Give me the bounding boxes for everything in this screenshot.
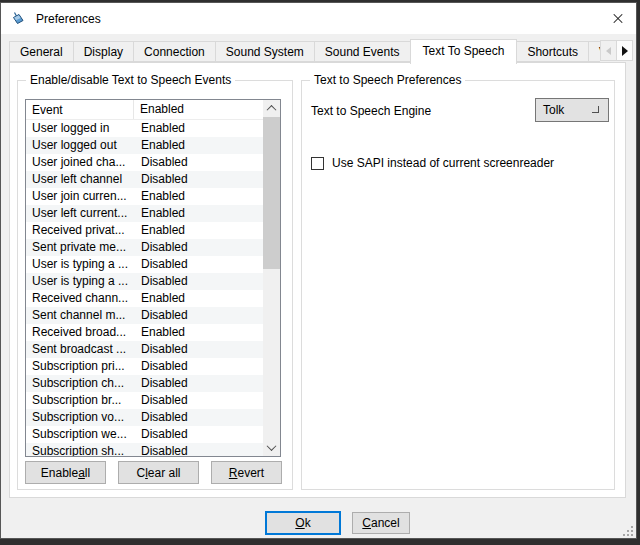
event-row[interactable]: Subscription vo...Disabled bbox=[26, 409, 263, 426]
tts-engine-select[interactable]: Tolk bbox=[535, 98, 609, 122]
event-name: User logged in bbox=[26, 120, 134, 137]
event-name: User join curren... bbox=[26, 188, 134, 205]
event-enabled-value: Enabled bbox=[134, 205, 263, 222]
tab-scroll-right-button[interactable] bbox=[616, 40, 633, 61]
event-row[interactable]: Subscription ch...Disabled bbox=[26, 375, 263, 392]
sapi-checkbox-label: Use SAPI instead of current screenreader bbox=[332, 156, 554, 170]
cancel-button[interactable]: Cancel bbox=[352, 512, 410, 534]
event-row[interactable]: User is typing a ...Disabled bbox=[26, 273, 263, 290]
event-enabled-value: Disabled bbox=[134, 256, 263, 273]
event-row[interactable]: User logged inEnabled bbox=[26, 120, 263, 137]
tab-sound-events[interactable]: Sound Events bbox=[314, 41, 411, 62]
event-enabled-value: Enabled bbox=[134, 290, 263, 307]
tab-page-text-to-speech: Enable/disable Text to Speech Events Eve… bbox=[9, 62, 626, 498]
column-header-event[interactable]: Event bbox=[26, 103, 133, 117]
event-name: Subscription sh... bbox=[26, 443, 134, 456]
event-row[interactable]: User joined cha...Disabled bbox=[26, 154, 263, 171]
event-row[interactable]: Subscription we...Disabled bbox=[26, 426, 263, 443]
scrollbar-thumb[interactable] bbox=[263, 117, 280, 269]
tab-general[interactable]: General bbox=[9, 41, 74, 62]
tts-preferences-group-title: Text to Speech Preferences bbox=[310, 73, 465, 87]
window-title: Preferences bbox=[36, 12, 101, 26]
event-enabled-value: Disabled bbox=[134, 154, 263, 171]
event-enabled-value: Disabled bbox=[134, 358, 263, 375]
event-enabled-value: Disabled bbox=[134, 307, 263, 324]
revert-button[interactable]: Revert bbox=[211, 461, 282, 484]
event-enabled-value: Disabled bbox=[134, 426, 263, 443]
event-enabled-value: Disabled bbox=[134, 341, 263, 358]
event-enabled-value: Enabled bbox=[134, 188, 263, 205]
event-enabled-value: Disabled bbox=[134, 409, 263, 426]
event-name: Received broad... bbox=[26, 324, 134, 341]
event-list-scrollbar[interactable] bbox=[263, 100, 280, 456]
event-enabled-value: Enabled bbox=[134, 324, 263, 341]
event-row[interactable]: Subscription br...Disabled bbox=[26, 392, 263, 409]
event-row[interactable]: Sent broadcast ...Disabled bbox=[26, 341, 263, 358]
event-enabled-value: Disabled bbox=[134, 239, 263, 256]
event-row[interactable]: User left current...Enabled bbox=[26, 205, 263, 222]
scrollbar-up-button[interactable] bbox=[263, 100, 280, 117]
event-name: Subscription br... bbox=[26, 392, 134, 409]
event-row[interactable]: Received chann...Enabled bbox=[26, 290, 263, 307]
combo-chevron-icon bbox=[592, 106, 599, 113]
event-row[interactable]: Subscription pri...Disabled bbox=[26, 358, 263, 375]
tab-sound-system[interactable]: Sound System bbox=[215, 41, 315, 62]
close-icon bbox=[608, 9, 628, 29]
event-list-rows: User logged inEnabledUser logged outEnab… bbox=[26, 120, 263, 456]
event-name: User logged out bbox=[26, 137, 134, 154]
event-row[interactable]: Received broad...Enabled bbox=[26, 324, 263, 341]
event-name: Subscription vo... bbox=[26, 409, 134, 426]
tts-engine-value: Tolk bbox=[543, 103, 564, 117]
event-name: Received privat... bbox=[26, 222, 134, 239]
event-name: Subscription we... bbox=[26, 426, 134, 443]
tab-display[interactable]: Display bbox=[73, 41, 134, 62]
ok-button[interactable]: Ok bbox=[265, 511, 341, 535]
app-icon bbox=[10, 11, 26, 27]
event-enabled-value: Disabled bbox=[134, 375, 263, 392]
event-name: Subscription pri... bbox=[26, 358, 134, 375]
scrollbar-down-button[interactable] bbox=[263, 439, 280, 456]
enable-all-button[interactable]: Enable all bbox=[25, 461, 106, 484]
scrollbar-up-icon bbox=[267, 105, 277, 115]
resize-grip[interactable] bbox=[623, 526, 633, 536]
event-row[interactable]: Sent private me...Disabled bbox=[26, 239, 263, 256]
event-name: User is typing a ... bbox=[26, 273, 134, 290]
event-list-header: Event Enabled bbox=[26, 100, 263, 120]
event-row[interactable]: Subscription sh...Disabled bbox=[26, 443, 263, 456]
tab-text-to-speech[interactable]: Text To Speech bbox=[410, 39, 518, 64]
event-name: Sent private me... bbox=[26, 239, 134, 256]
event-name: User joined cha... bbox=[26, 154, 134, 171]
tab-shortcuts[interactable]: Shortcuts bbox=[516, 41, 589, 62]
event-name: User is typing a ... bbox=[26, 256, 134, 273]
close-button[interactable] bbox=[608, 9, 628, 29]
column-header-enabled[interactable]: Enabled bbox=[133, 100, 263, 119]
event-row[interactable]: User left channelDisabled bbox=[26, 171, 263, 188]
event-name: User left channel bbox=[26, 171, 134, 188]
event-name: Sent channel m... bbox=[26, 307, 134, 324]
event-enabled-value: Disabled bbox=[134, 443, 263, 456]
event-enabled-value: Disabled bbox=[134, 273, 263, 290]
event-row[interactable]: User join curren...Enabled bbox=[26, 188, 263, 205]
event-row[interactable]: User logged outEnabled bbox=[26, 137, 263, 154]
event-row[interactable]: Sent channel m...Disabled bbox=[26, 307, 263, 324]
event-name: User left current... bbox=[26, 205, 134, 222]
event-enabled-value: Disabled bbox=[134, 392, 263, 409]
event-row[interactable]: User is typing a ...Disabled bbox=[26, 256, 263, 273]
scrollbar-down-icon bbox=[267, 441, 277, 451]
event-name: Subscription ch... bbox=[26, 375, 134, 392]
tab-scroll-left-icon bbox=[606, 47, 611, 55]
sapi-checkbox[interactable] bbox=[311, 157, 324, 170]
event-name: Received chann... bbox=[26, 290, 134, 307]
sapi-checkbox-row: Use SAPI instead of current screenreader bbox=[311, 156, 554, 170]
event-row[interactable]: Received privat...Enabled bbox=[26, 222, 263, 239]
event-list: Event Enabled User logged inEnabledUser … bbox=[25, 99, 281, 457]
titlebar: Preferences bbox=[1, 3, 636, 34]
clear-all-button[interactable]: Clear all bbox=[118, 461, 199, 484]
tab-video[interactable]: Video bbox=[588, 41, 600, 62]
tab-connection[interactable]: Connection bbox=[133, 41, 216, 62]
tab-scroll-right-icon bbox=[622, 46, 628, 56]
event-enabled-value: Enabled bbox=[134, 137, 263, 154]
tts-events-group-title: Enable/disable Text to Speech Events bbox=[26, 73, 235, 87]
preferences-dialog: Preferences GeneralDisplayConnectionSoun… bbox=[0, 2, 637, 539]
tab-scroll-left-button[interactable] bbox=[600, 40, 617, 61]
